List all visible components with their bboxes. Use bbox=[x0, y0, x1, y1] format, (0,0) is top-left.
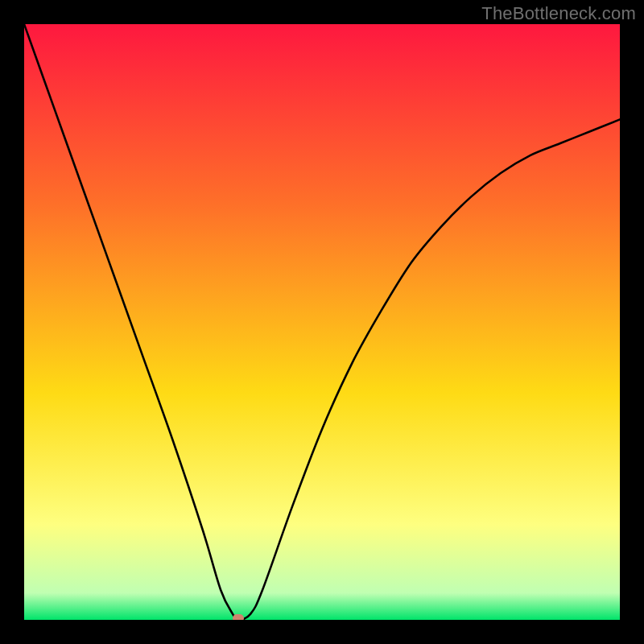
watermark-text: TheBottleneck.com bbox=[481, 3, 636, 24]
plot-area bbox=[24, 24, 620, 620]
bottleneck-curve bbox=[24, 24, 620, 620]
chart-frame: TheBottleneck.com bbox=[0, 0, 644, 644]
optimal-point-marker bbox=[233, 614, 244, 620]
